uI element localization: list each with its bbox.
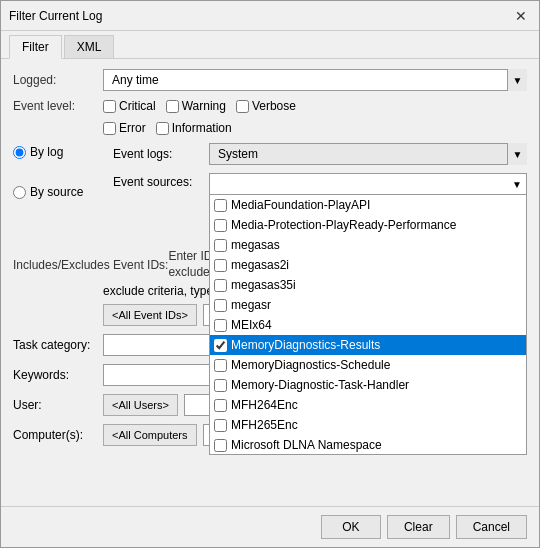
event-sources-list[interactable]: MediaFoundation-PlayAPIMedia-Protection-… <box>209 195 527 455</box>
list-item[interactable]: MediaFoundation-PlayAPI <box>210 195 526 215</box>
event-logs-row: Event logs: System ▼ <box>113 143 527 165</box>
critical-checkbox[interactable] <box>103 100 116 113</box>
list-item-label: MediaFoundation-PlayAPI <box>231 198 370 212</box>
list-item[interactable]: megasas35i <box>210 275 526 295</box>
list-item-label: megasas2i <box>231 258 289 272</box>
by-source-label: By source <box>30 185 83 199</box>
list-item-label: Memory-Diagnostic-Task-Handler <box>231 378 409 392</box>
list-item[interactable]: MFH265Enc <box>210 415 526 435</box>
event-sources-label: Event sources: <box>113 173 203 189</box>
list-item[interactable]: MEIx64 <box>210 315 526 335</box>
log-source-section: By log By source Event logs: System ▼ <box>13 143 527 243</box>
error-info-row: Error Information <box>103 121 527 135</box>
tab-xml[interactable]: XML <box>64 35 115 58</box>
logged-row: Logged: Any time ▼ <box>13 69 527 91</box>
list-item-checkbox[interactable] <box>214 379 227 392</box>
by-log-radio-item: By log <box>13 145 113 159</box>
cancel-button[interactable]: Cancel <box>456 515 527 539</box>
list-item-label: MEIx64 <box>231 318 272 332</box>
list-item-checkbox[interactable] <box>214 259 227 272</box>
tab-bar: Filter XML <box>1 31 539 59</box>
ok-button[interactable]: OK <box>321 515 381 539</box>
error-checkbox-item: Error <box>103 121 146 135</box>
logged-select-wrapper: Any time ▼ <box>103 69 527 91</box>
all-users-button[interactable]: <All Users> <box>103 394 178 416</box>
task-category-label: Task category: <box>13 338 103 352</box>
list-item[interactable]: megasas <box>210 235 526 255</box>
list-item[interactable]: MFH264Enc <box>210 395 526 415</box>
by-log-radio[interactable] <box>13 146 26 159</box>
list-item-checkbox[interactable] <box>214 419 227 432</box>
list-item[interactable]: Microsoft DLNA Namespace <box>210 435 526 455</box>
list-item-label: MFH264Enc <box>231 398 298 412</box>
list-item-checkbox[interactable] <box>214 319 227 332</box>
list-item-label: megasas <box>231 238 280 252</box>
list-item[interactable]: megasas2i <box>210 255 526 275</box>
critical-checkbox-item: Critical <box>103 99 156 113</box>
warning-label: Warning <box>182 99 226 113</box>
list-item[interactable]: Media-Protection-PlayReady-Performance <box>210 215 526 235</box>
list-item-checkbox[interactable] <box>214 239 227 252</box>
by-source-radio-item: By source <box>13 185 113 199</box>
list-item-label: megasas35i <box>231 278 296 292</box>
user-label: User: <box>13 398 103 412</box>
event-level-row: Event level: Critical Warning Verbose <box>13 99 527 113</box>
event-level-label: Event level: <box>13 99 103 113</box>
by-log-label: By log <box>30 145 63 159</box>
verbose-checkbox-item: Verbose <box>236 99 296 113</box>
list-item-label: Media-Protection-PlayReady-Performance <box>231 218 456 232</box>
dialog-title: Filter Current Log <box>9 9 102 23</box>
list-item-checkbox[interactable] <box>214 439 227 452</box>
list-item-checkbox[interactable] <box>214 299 227 312</box>
list-item[interactable]: MemoryDiagnostics-Results <box>210 335 526 355</box>
list-item-label: MemoryDiagnostics-Results <box>231 338 380 352</box>
warning-checkbox[interactable] <box>166 100 179 113</box>
list-item[interactable]: megasr <box>210 295 526 315</box>
by-source-radio[interactable] <box>13 186 26 199</box>
all-computers-button[interactable]: <All Computers <box>103 424 197 446</box>
list-item-checkbox[interactable] <box>214 359 227 372</box>
logged-select[interactable]: Any time <box>103 69 527 91</box>
form-content: Logged: Any time ▼ Event level: Critical… <box>1 59 539 506</box>
clear-button[interactable]: Clear <box>387 515 450 539</box>
tab-filter[interactable]: Filter <box>9 35 62 59</box>
information-checkbox-item: Information <box>156 121 232 135</box>
list-item-checkbox[interactable] <box>214 339 227 352</box>
verbose-label: Verbose <box>252 99 296 113</box>
information-checkbox[interactable] <box>156 122 169 135</box>
list-item-checkbox[interactable] <box>214 219 227 232</box>
dropdown-list-area: MediaFoundation-PlayAPIMedia-Protection-… <box>209 195 527 227</box>
critical-label: Critical <box>119 99 156 113</box>
computers-label: Computer(s): <box>13 428 103 442</box>
includes-label: Includes/Excludes Event IDs: <box>13 258 168 272</box>
warning-checkbox-item: Warning <box>166 99 226 113</box>
list-item-checkbox[interactable] <box>214 279 227 292</box>
event-logs-select-wrapper: System ▼ <box>209 143 527 165</box>
event-sources-row: Event sources: ▼ MediaFoundation-PlayAPI… <box>113 173 527 243</box>
keywords-label: Keywords: <box>13 368 103 382</box>
list-item[interactable]: MemoryDiagnostics-Schedule <box>210 355 526 375</box>
close-button[interactable]: ✕ <box>511 6 531 26</box>
verbose-checkbox[interactable] <box>236 100 249 113</box>
error-checkbox[interactable] <box>103 122 116 135</box>
all-event-ids-button[interactable]: <All Event IDs> <box>103 304 197 326</box>
logged-label: Logged: <box>13 73 103 87</box>
error-label: Error <box>119 121 146 135</box>
event-logs-select[interactable]: System <box>209 143 527 165</box>
list-item-label: megasr <box>231 298 271 312</box>
event-sources-header[interactable]: ▼ <box>209 173 527 195</box>
list-item-label: MemoryDiagnostics-Schedule <box>231 358 390 372</box>
dropdown-arrow-icon: ▼ <box>512 179 522 190</box>
bottom-buttons: OK Clear Cancel <box>1 506 539 547</box>
event-logs-label: Event logs: <box>113 147 203 161</box>
events-column: Event logs: System ▼ Event sources: <box>113 143 527 243</box>
list-item-label: MFH265Enc <box>231 418 298 432</box>
list-item[interactable]: Memory-Diagnostic-Task-Handler <box>210 375 526 395</box>
list-item-checkbox[interactable] <box>214 399 227 412</box>
list-item-checkbox[interactable] <box>214 199 227 212</box>
list-item-label: Microsoft DLNA Namespace <box>231 438 382 452</box>
information-label: Information <box>172 121 232 135</box>
title-bar: Filter Current Log ✕ <box>1 1 539 31</box>
filter-dialog: Filter Current Log ✕ Filter XML Logged: … <box>0 0 540 548</box>
event-sources-dropdown-container: ▼ MediaFoundation-PlayAPIMedia-Protectio… <box>209 173 527 243</box>
